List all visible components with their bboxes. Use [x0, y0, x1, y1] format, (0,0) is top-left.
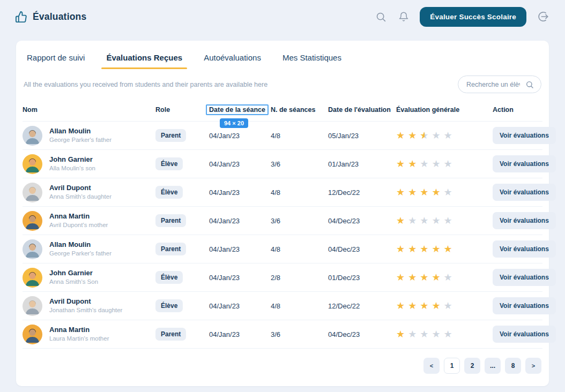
- evaluate-school-success-button[interactable]: Évaluer Succès Scolaire: [420, 7, 526, 27]
- table-row: Avril Dupont Anna Smith's daughter Élève…: [23, 178, 542, 207]
- tab-mes-statistiques[interactable]: Mes Statistiques: [279, 52, 345, 69]
- sessions-count: 4/8: [271, 302, 328, 310]
- table-row: Allan Moulin George Parker's father Pare…: [23, 122, 542, 150]
- column-header-n-de-seances: N. de séances: [271, 106, 328, 114]
- person-name: John Garnier: [49, 268, 98, 278]
- pagination: <12...8>: [23, 358, 542, 374]
- name-cell: Avril Dupont Anna Smith's daughter: [23, 183, 155, 202]
- avatar-man-glasses: [23, 239, 42, 259]
- star-full-icon: ★: [396, 159, 405, 169]
- person-relation: George Parker's father: [49, 250, 111, 258]
- pagination-next[interactable]: >: [525, 358, 541, 374]
- star-full-icon: ★: [408, 187, 417, 197]
- person-relation: George Parker's father: [49, 136, 111, 145]
- session-date: 04/Jan/23: [209, 330, 271, 338]
- evaluation-date: 01/Jan/23: [328, 160, 396, 168]
- view-evaluations-button[interactable]: Voir évaluations: [493, 269, 556, 286]
- name-cell: Allan Moulin George Parker's father: [23, 126, 155, 146]
- pagination-prev[interactable]: <: [423, 358, 440, 374]
- name-cell: Anna Martin Avril Dupont's mother: [23, 211, 155, 231]
- star-full-icon: ★: [420, 301, 428, 311]
- star-full-icon: ★: [396, 329, 405, 339]
- person-relation: Laura Martin's mother: [49, 335, 109, 343]
- search-button[interactable]: [374, 10, 388, 24]
- star-empty-icon: ★: [444, 273, 452, 282]
- view-evaluations-button[interactable]: Voir évaluations: [493, 297, 556, 314]
- person-relation: Jonathan Smith's daughter: [49, 306, 122, 315]
- tab-rapport-de-suivi[interactable]: Rapport de suivi: [24, 52, 88, 69]
- star-full-icon: ★: [408, 301, 417, 311]
- pagination-page-8[interactable]: 8: [505, 358, 521, 374]
- view-evaluations-button[interactable]: Voir évaluations: [493, 240, 556, 258]
- pagination-page-2[interactable]: 2: [464, 358, 480, 374]
- session-date: 04/Jan/23: [209, 132, 271, 140]
- top-bar-actions: Évaluer Succès Scolaire: [374, 7, 550, 27]
- star-full-icon: ★: [408, 273, 417, 282]
- star-empty-icon: ★: [444, 301, 452, 311]
- student-search-field[interactable]: [458, 76, 541, 93]
- notifications-button[interactable]: [397, 10, 410, 24]
- evaluations-card: Rapport de suivi Évaluations Reçues Auto…: [16, 41, 549, 386]
- star-empty-icon: ★: [432, 329, 440, 339]
- role-badge: Élève: [155, 299, 183, 312]
- star-empty-icon: ★: [444, 329, 452, 339]
- search-icon: [525, 80, 534, 89]
- star-full-icon: ★: [396, 187, 405, 197]
- avatar-boy: [23, 154, 42, 174]
- inspector-highlight: Date de la séance: [206, 104, 269, 115]
- name-cell: John Garnier Anna Smith's Son: [23, 268, 155, 288]
- sessions-count: 3/6: [271, 217, 328, 225]
- description-row: All the evaluations you received from st…: [23, 76, 542, 93]
- sessions-count: 3/6: [271, 330, 328, 338]
- app-title-group: Évaluations: [15, 11, 86, 23]
- table-row: Anna Martin Laura Martin's mother Parent…: [23, 320, 542, 349]
- view-evaluations-button[interactable]: Voir évaluations: [493, 326, 556, 343]
- tabs: Rapport de suivi Évaluations Reçues Auto…: [23, 52, 542, 69]
- table-row: John Garnier Alla Moulin's son Élève 04/…: [23, 150, 542, 178]
- evaluation-date: 04/Dec/23: [328, 245, 396, 253]
- star-full-icon: ★: [396, 131, 405, 140]
- role-badge: Élève: [155, 271, 183, 284]
- pagination-ellipsis: ...: [485, 358, 501, 374]
- tab-evaluations-recues[interactable]: Évaluations Reçues: [103, 52, 185, 69]
- star-empty-icon: ★: [444, 216, 452, 225]
- dimension-tooltip: 94 × 20: [220, 118, 248, 128]
- star-empty-icon: ★: [432, 131, 440, 140]
- avatar-man-glasses: [23, 126, 42, 146]
- top-bar: Évaluations Évaluer Succès Scolaire: [0, 0, 565, 33]
- star-rating: ★★★★★: [396, 329, 493, 339]
- person-name: Anna Martin: [49, 325, 109, 335]
- name-cell: John Garnier Alla Moulin's son: [23, 154, 155, 174]
- table-body: Allan Moulin George Parker's father Pare…: [23, 122, 542, 349]
- session-date: 04/Jan/23: [209, 217, 271, 225]
- name-cell: Anna Martin Laura Martin's mother: [23, 325, 155, 344]
- table-row: Avril Dupont Jonathan Smith's daughter É…: [23, 292, 542, 320]
- column-header-evaluation-generale: Évaluation générale: [396, 106, 493, 114]
- avatar-woman-dark: [23, 325, 42, 344]
- star-empty-icon: ★: [444, 187, 452, 197]
- star-half-icon: ★★: [420, 131, 428, 140]
- star-empty-icon: ★: [420, 329, 428, 339]
- role-badge: Parent: [155, 129, 186, 142]
- star-full-icon: ★: [396, 301, 405, 311]
- star-empty-icon: ★: [420, 216, 428, 225]
- view-evaluations-button[interactable]: Voir évaluations: [493, 184, 556, 201]
- table-row: John Garnier Anna Smith's Son Élève 04/J…: [23, 263, 542, 292]
- star-full-icon: ★: [432, 244, 440, 254]
- star-rating: ★★★★★: [396, 244, 493, 254]
- star-rating: ★★★★★★: [396, 131, 493, 140]
- name-cell: Allan Moulin George Parker's father: [23, 239, 155, 259]
- view-evaluations-button[interactable]: Voir évaluations: [493, 155, 556, 172]
- tab-label: Autoévaluations: [204, 53, 261, 62]
- view-evaluations-button[interactable]: Voir évaluations: [493, 127, 556, 144]
- tab-autoevaluations[interactable]: Autoévaluations: [200, 52, 264, 69]
- column-header-date-de-la-seance: Date de la séance94 × 20: [209, 106, 271, 114]
- view-evaluations-button[interactable]: Voir évaluations: [493, 212, 556, 229]
- star-full-icon: ★: [432, 273, 440, 282]
- search-icon: [375, 11, 386, 22]
- session-date: 04/Jan/23: [209, 274, 271, 282]
- session-date: 04/Jan/23: [209, 302, 271, 310]
- student-search-input[interactable]: [465, 80, 521, 89]
- pagination-page-1[interactable]: 1: [444, 358, 460, 374]
- logout-button[interactable]: [536, 10, 550, 24]
